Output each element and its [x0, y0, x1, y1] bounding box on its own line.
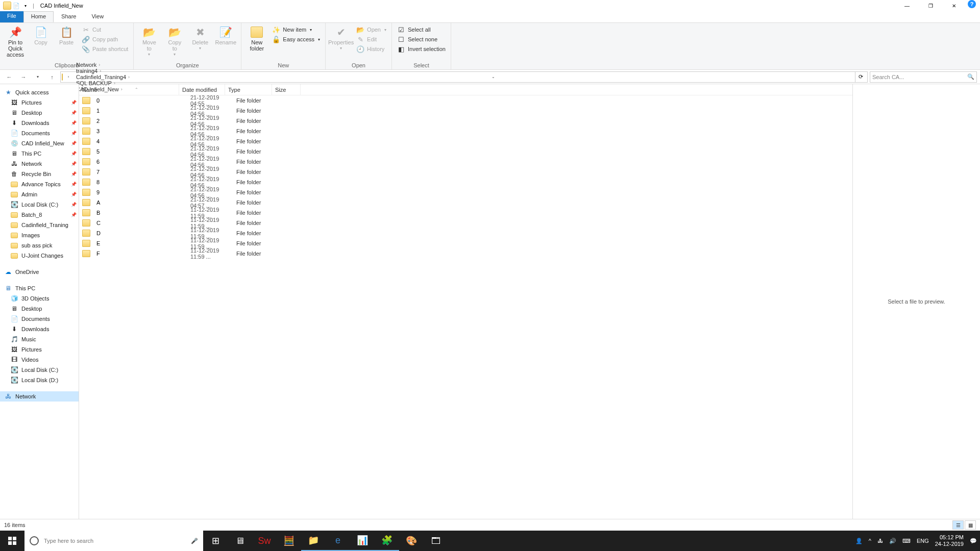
- taskbar-app-edge[interactable]: e: [326, 531, 350, 551]
- sidebar-item[interactable]: 📄Documents: [0, 314, 79, 324]
- table-row[interactable]: 421-12-2019 04:56 ...File folder: [79, 136, 852, 146]
- sidebar-item[interactable]: ⬇Downloads📌: [0, 118, 79, 128]
- pin-to-quick-access-button[interactable]: 📌Pin to Quick access: [3, 24, 28, 58]
- sidebar-item[interactable]: 🧊3D Objects: [0, 293, 79, 304]
- new-folder-button[interactable]: New folder: [244, 24, 269, 52]
- sidebar-item[interactable]: 💽Local Disk (C:): [0, 365, 79, 375]
- notifications-icon[interactable]: 💬: [970, 538, 977, 544]
- sidebar-item[interactable]: 🖥Desktop📌: [0, 108, 79, 118]
- sidebar-item[interactable]: Batch_8📌: [0, 210, 79, 220]
- table-row[interactable]: 321-12-2019 04:56 ...File folder: [79, 126, 852, 136]
- sidebar-item-quickaccess[interactable]: ★Quick access: [0, 87, 79, 97]
- navigation-pane[interactable]: ★Quick access 🖼Pictures📌🖥Desktop📌⬇Downlo…: [0, 84, 79, 519]
- chevron-right-icon[interactable]: ›: [64, 74, 73, 79]
- table-row[interactable]: B11-12-2019 11:59 ...File folder: [79, 208, 852, 218]
- tab-file[interactable]: File: [0, 11, 23, 22]
- system-tray[interactable]: 👤 ^ 🖧 🔊 ⌨ ENG 05:12 PM 24-12-2019 💬: [855, 534, 980, 547]
- volume-icon[interactable]: 🔊: [889, 538, 896, 544]
- keyboard-icon[interactable]: ⌨: [902, 538, 911, 544]
- sidebar-item[interactable]: sub ass pick: [0, 240, 79, 251]
- table-row[interactable]: 921-12-2019 04:56 ...File folder: [79, 187, 852, 197]
- table-row[interactable]: A21-12-2019 04:57 ...File folder: [79, 197, 852, 208]
- column-date[interactable]: Date modified: [179, 84, 225, 95]
- tab-share[interactable]: Share: [54, 11, 84, 22]
- column-type[interactable]: Type: [225, 84, 272, 95]
- sidebar-item[interactable]: 💽Local Disk (D:): [0, 375, 79, 385]
- paste-button[interactable]: 📋Paste: [54, 24, 79, 45]
- sidebar-item-thispc[interactable]: 🖥This PC: [0, 283, 79, 293]
- select-all-button[interactable]: ☑Select all: [395, 25, 448, 34]
- column-headers[interactable]: Name⌃ Date modified Type Size: [79, 84, 852, 95]
- sidebar-item-onedrive[interactable]: ☁OneDrive: [0, 267, 79, 277]
- people-icon[interactable]: 👤: [855, 538, 863, 544]
- tab-home[interactable]: Home: [23, 11, 54, 22]
- maximize-button[interactable]: ❐: [919, 0, 942, 11]
- breadcrumb[interactable]: Network ›: [74, 62, 132, 68]
- taskbar-app-explorer[interactable]: 📁: [301, 531, 326, 551]
- language-indicator[interactable]: ENG: [917, 538, 929, 544]
- refresh-button[interactable]: ⟳: [855, 72, 866, 82]
- taskbar-app-calculator[interactable]: 🧮: [277, 531, 301, 551]
- close-button[interactable]: ✕: [942, 0, 966, 11]
- sidebar-item[interactable]: Admin📌: [0, 189, 79, 199]
- taskbar-app-4[interactable]: 🧩: [375, 531, 399, 551]
- tab-view[interactable]: View: [84, 11, 111, 22]
- sidebar-item[interactable]: 🖼Pictures: [0, 344, 79, 355]
- qat-dropdown-icon[interactable]: ▾: [21, 2, 30, 10]
- address-dropdown[interactable]: ⌄: [489, 74, 498, 79]
- network-tray-icon[interactable]: 🖧: [877, 538, 883, 544]
- sidebar-item[interactable]: Cadinfield_Traning: [0, 220, 79, 230]
- taskbar-app-5[interactable]: 🗔: [424, 531, 448, 551]
- taskbar-app-3[interactable]: 📊: [350, 531, 375, 551]
- paste-shortcut-button[interactable]: 📎Paste shortcut: [80, 44, 130, 54]
- mic-icon[interactable]: 🎤: [191, 538, 198, 544]
- sidebar-item[interactable]: U-Joint Changes: [0, 251, 79, 261]
- breadcrumb[interactable]: training4 ›: [74, 68, 132, 74]
- easy-access-button[interactable]: 🔓Easy access▾: [270, 35, 322, 44]
- help-icon[interactable]: ?: [968, 0, 976, 8]
- sidebar-item-network[interactable]: 🖧Network: [0, 391, 79, 402]
- back-button[interactable]: ←: [3, 71, 15, 83]
- sidebar-item[interactable]: 🖥Desktop: [0, 304, 79, 314]
- table-row[interactable]: F11-12-2019 11:59 ...File folder: [79, 248, 852, 259]
- history-button[interactable]: 🕘History: [354, 44, 388, 54]
- qat-item-icon[interactable]: 📄: [12, 2, 20, 10]
- move-to-button[interactable]: 📂Move to▾: [137, 24, 161, 57]
- table-row[interactable]: 621-12-2019 04:56 ...File folder: [79, 157, 852, 167]
- sidebar-item[interactable]: 📄Documents📌: [0, 128, 79, 138]
- new-item-button[interactable]: ✨New item▾: [270, 25, 322, 34]
- task-view-button[interactable]: ⊞: [203, 531, 228, 551]
- taskbar-search[interactable]: Type here to search 🎤: [24, 531, 203, 551]
- tray-expand-icon[interactable]: ^: [869, 538, 871, 544]
- table-row[interactable]: 721-12-2019 04:56 ...File folder: [79, 167, 852, 177]
- cut-button[interactable]: ✂Cut: [80, 25, 130, 34]
- column-size[interactable]: Size: [272, 84, 301, 95]
- table-row[interactable]: 521-12-2019 04:56 ...File folder: [79, 146, 852, 157]
- large-icons-view-button[interactable]: ▦: [965, 520, 976, 530]
- table-row[interactable]: 021-12-2019 04:55 ...File folder: [79, 95, 852, 106]
- sidebar-item[interactable]: 💽Local Disk (C:)📌: [0, 199, 79, 210]
- address-input[interactable]: › Network ›training4 ›Cadinfield_Traning…: [60, 71, 868, 83]
- edit-button[interactable]: ✎Edit: [354, 35, 388, 44]
- table-row[interactable]: C11-12-2019 11:59 ...File folder: [79, 218, 852, 228]
- breadcrumb[interactable]: Cadinfield_Traning4 ›: [74, 74, 132, 80]
- sidebar-item[interactable]: 🖧Network📌: [0, 159, 79, 169]
- invert-selection-button[interactable]: ◧Invert selection: [395, 44, 448, 54]
- rename-button[interactable]: 📝Rename: [213, 24, 238, 45]
- start-button[interactable]: [0, 531, 24, 551]
- table-row[interactable]: 121-12-2019 04:56 ...File folder: [79, 106, 852, 116]
- table-row[interactable]: 221-12-2019 04:56 ...File folder: [79, 116, 852, 126]
- copy-path-button[interactable]: 🔗Copy path: [80, 35, 130, 44]
- sidebar-item[interactable]: ⬇Downloads: [0, 324, 79, 334]
- column-name[interactable]: Name⌃: [79, 84, 179, 95]
- properties-button[interactable]: ✔Properties▾: [329, 24, 353, 51]
- clock[interactable]: 05:12 PM 24-12-2019: [935, 534, 964, 547]
- sidebar-item[interactable]: 🖼Pictures📌: [0, 97, 79, 108]
- open-button[interactable]: 📂Open▾: [354, 25, 388, 34]
- sidebar-item[interactable]: 🖥This PC📌: [0, 148, 79, 159]
- taskbar-app-1[interactable]: 🖥: [228, 531, 252, 551]
- copy-button[interactable]: 📄Copy: [29, 24, 53, 45]
- sidebar-item[interactable]: 🗑Recycle Bin📌: [0, 169, 79, 179]
- sidebar-item[interactable]: 🎵Music: [0, 334, 79, 344]
- sidebar-item[interactable]: Advance Topics📌: [0, 179, 79, 189]
